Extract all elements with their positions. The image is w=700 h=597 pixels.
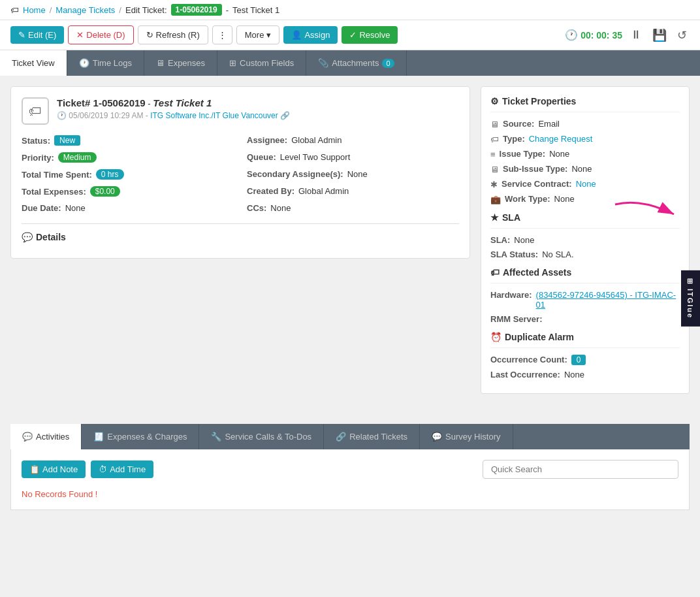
sla-status-prop: SLA Status: No SLA.	[490, 250, 680, 259]
user-icon: 👤	[291, 30, 302, 40]
delete-button[interactable]: ✕ Delete (D)	[68, 25, 133, 44]
bottom-toolbar: 📋 Add Note ⏱ Add Time	[22, 460, 678, 479]
asterisk-icon: ✱	[490, 180, 498, 189]
more-menu-button[interactable]: ⋮	[212, 25, 232, 44]
ticket-properties-title: ⚙ Ticket Properties	[490, 96, 680, 112]
created-by-field: Created By: Global Admin	[247, 186, 459, 197]
sla-title: ★ SLA	[490, 212, 680, 229]
attachments-badge: 0	[382, 59, 394, 68]
due-date-field: Due Date: None	[22, 203, 234, 213]
time-spent-field: Total Time Spent: 0 hrs	[22, 169, 234, 180]
note-icon: 📋	[29, 464, 40, 474]
bottom-tab-related-tickets[interactable]: 🔗 Related Tickets	[324, 424, 420, 449]
breadcrumb-home[interactable]: Home	[23, 5, 46, 15]
last-occurrence-prop: Last Occurrence: None	[490, 370, 680, 379]
tab-attachments[interactable]: 📎 Attachments 0	[306, 50, 406, 76]
ticket-number-title: Ticket# 1-05062019 - Test Ticket 1	[57, 97, 290, 108]
bottom-tab-service-calls[interactable]: 🔧 Service Calls & To-Dos	[199, 424, 324, 449]
receipt-icon: 🧾	[93, 432, 104, 442]
priority-badge: Medium	[58, 152, 97, 163]
status-field: Status: New	[22, 135, 234, 146]
chevron-down-icon: ▾	[266, 30, 271, 40]
ccs-field: CCs: None	[247, 203, 459, 213]
bottom-tab-expenses[interactable]: 🧾 Expenses & Charges	[82, 424, 199, 449]
source-icon: 🖥	[490, 120, 499, 129]
clock-meta-icon: 🕐	[57, 111, 67, 120]
duplicate-alarm-section: ⏰ Duplicate Alarm Occurrence Count: 0 La…	[490, 332, 680, 379]
add-time-button[interactable]: ⏱ Add Time	[91, 460, 153, 478]
ticket-card: 🏷 Ticket# 1-05062019 - Test Ticket 1 🕐 0…	[10, 86, 470, 259]
breadcrumb-manage[interactable]: Manage Tickets	[56, 5, 115, 15]
toolbar-right: 🕐 00: 00: 35 ⏸ 💾 ↺	[565, 27, 690, 44]
itglue-sidebar[interactable]: ⊞ ITGlue	[681, 270, 700, 327]
hardware-link[interactable]: (834562-97246-945645) - ITG-IMAC-01	[536, 290, 680, 310]
subissue-prop: 🖥 Sub-Issue Type: None	[490, 164, 680, 174]
alarm-icon: ⏰	[490, 332, 501, 342]
briefcase-icon: 💼	[490, 195, 501, 204]
bottom-tab-activities[interactable]: 💬 Activities	[10, 424, 82, 449]
time-badge: 0 hrs	[96, 169, 124, 180]
survey-icon: 💬	[432, 432, 442, 442]
queue-field: Queue: Level Two Support	[247, 152, 459, 163]
breadcrumb-ticket-title: Test Ticket 1	[232, 5, 279, 15]
bottom-tabs-container: 💬 Activities 🧾 Expenses & Charges 🔧 Serv…	[0, 424, 700, 510]
bottom-tab-survey-history[interactable]: 💬 Survey History	[420, 424, 513, 449]
pause-button[interactable]: ⏸	[628, 27, 644, 43]
ticket-properties-card: ⚙ Ticket Properties 🖥 Source: Email 🏷 Ty…	[481, 86, 690, 394]
breadcrumb: 🏷 Home / Manage Tickets / Edit Ticket: 1…	[0, 0, 700, 20]
tab-custom-fields[interactable]: ⊞ Custom Fields	[217, 50, 306, 76]
link-icon: 🔗	[336, 432, 346, 442]
no-records-message: No Records Found !	[22, 489, 678, 499]
tab-expenses[interactable]: 🖥 Expenses	[144, 50, 217, 76]
issue-prop: ≡ Issue Type: None	[490, 149, 680, 159]
clock-icon: 🕐	[79, 58, 89, 68]
main-tabs: Ticket View 🕐 Time Logs 🖥 Expenses ⊞ Cus…	[0, 50, 700, 76]
gear-icon: ⚙	[490, 96, 499, 106]
priority-field: Priority: Medium	[22, 152, 234, 163]
type-prop: 🏷 Type: Change Request	[490, 134, 680, 144]
assign-button[interactable]: 👤 Assign	[283, 26, 338, 44]
itglue-logo: ⊞ ITGlue	[686, 278, 695, 319]
tab-ticket-view[interactable]: Ticket View	[0, 50, 67, 76]
worktype-prop: 💼 Work Type: None	[490, 194, 680, 204]
occurrence-badge: 0	[571, 355, 586, 365]
sla-section: ★ SLA SLA: None SLA Status: No SLA.	[490, 212, 680, 259]
edit-icon: ✎	[18, 30, 25, 40]
affected-assets-section: 🏷 Affected Assets Hardware: (834562-9724…	[490, 267, 680, 324]
bottom-tabs: 💬 Activities 🧾 Expenses & Charges 🔧 Serv…	[10, 424, 690, 449]
tag-icon: 🏷	[10, 5, 19, 15]
ticket-meta: 🕐 05/06/2019 10:29 AM - ITG Software Inc…	[57, 111, 290, 120]
timer-icon: 🕐	[565, 29, 578, 41]
details-title: 💬 Details	[22, 232, 459, 242]
star-icon: ★	[490, 212, 499, 223]
more-button[interactable]: More ▾	[236, 25, 280, 44]
save-icon-button[interactable]: 💾	[650, 27, 669, 44]
tag-prop-icon: 🏷	[490, 135, 499, 144]
occurrence-count-prop: Occurrence Count: 0	[490, 355, 680, 365]
refresh-button[interactable]: ↻ Refresh (R)	[138, 25, 208, 44]
quick-search-input[interactable]	[483, 460, 678, 479]
monitor-icon: 🖥	[490, 165, 499, 174]
refresh-icon: ↻	[146, 30, 153, 40]
ticket-id-badge: 1-05062019	[171, 4, 222, 16]
ticket-icon: 🏷	[22, 97, 49, 125]
company-link[interactable]: ITG Software Inc./IT Glue Vancouver	[150, 111, 278, 120]
add-note-button[interactable]: 📋 Add Note	[22, 460, 86, 478]
delete-icon: ✕	[76, 30, 84, 40]
resolve-button[interactable]: ✓ Resolve	[342, 26, 398, 44]
affected-assets-title: 🏷 Affected Assets	[490, 267, 680, 283]
main-content: 🏷 Ticket# 1-05062019 - Test Ticket 1 🕐 0…	[0, 76, 700, 413]
grid-icon: ⊞	[229, 58, 236, 68]
edit-button[interactable]: ✎ Edit (E)	[10, 26, 64, 44]
source-prop: 🖥 Source: Email	[490, 119, 680, 129]
time-add-icon: ⏱	[99, 464, 107, 474]
tools-icon: 🔧	[211, 432, 221, 442]
hardware-prop: Hardware: (834562-97246-945645) - ITG-IM…	[490, 290, 680, 310]
ticket-title-area: Ticket# 1-05062019 - Test Ticket 1 🕐 05/…	[57, 97, 290, 120]
ticket-header: 🏷 Ticket# 1-05062019 - Test Ticket 1 🕐 0…	[22, 97, 459, 125]
secondary-assignee-field: Secondary Assignee(s): None	[247, 169, 459, 180]
tab-time-logs[interactable]: 🕐 Time Logs	[67, 50, 144, 76]
toolbar: ✎ Edit (E) ✕ Delete (D) ↻ Refresh (R) ⋮ …	[0, 20, 700, 50]
reload-button[interactable]: ↺	[675, 27, 690, 44]
fields-grid: Status: New Assignee: Global Admin P	[22, 135, 459, 213]
